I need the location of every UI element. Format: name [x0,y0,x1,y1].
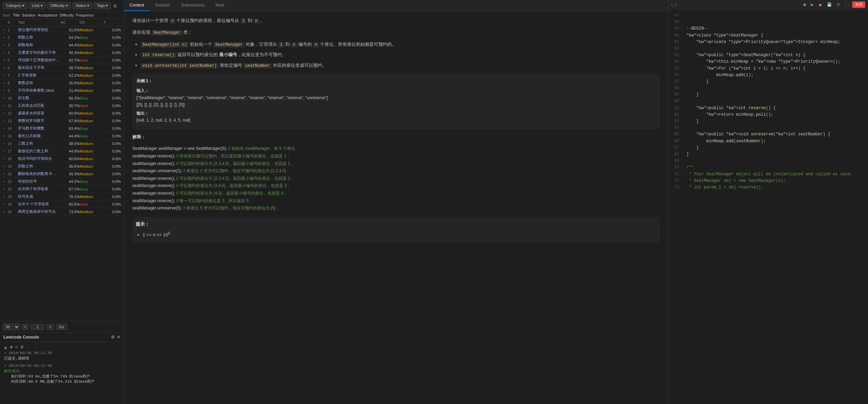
tab-note[interactable]: Note [210,0,229,11]
implement-paragraph: 请你实现 SeatManager 类： [132,29,660,36]
difficulty-filter[interactable]: Difficulty ▾ [47,2,71,9]
difficulty-badge: Medium [80,28,104,32]
sort-title[interactable]: Title [13,13,20,17]
problem-title[interactable]: 两数之和 [18,35,61,40]
console-filter-icon[interactable]: ⊟ [16,345,18,350]
ac-rate: 42.7% [61,58,80,62]
table-row: ✓ 5 寻找两个正序数组的中位数 42.7% Hard 0.0% [0,56,124,64]
problem-title[interactable]: 三数之和 [18,141,61,146]
console-settings-icon[interactable]: ⚙ [111,335,115,340]
problem-title[interactable]: 寻找两个正序数组的中位数 [18,58,61,63]
col-num: S [8,20,18,24]
problem-title[interactable]: 有效的括号 [18,179,61,184]
console-clear-icon[interactable]: 🗑 [20,345,24,350]
ac-rate: 44.8% [61,149,80,153]
prev-page-button[interactable]: < [22,324,29,330]
next-page-button[interactable]: > [47,324,53,330]
console-down-icon[interactable]: ▼ [10,345,12,350]
problem-number: 15 [8,134,18,138]
tab-content[interactable]: Content [124,0,150,11]
line-number: 55 [668,65,682,72]
stop-button[interactable]: ⏹ [817,2,824,8]
problem-number: 7 [8,73,18,77]
go-button[interactable]: Go [56,324,67,330]
close-editor-button[interactable]: 关闭 [852,1,865,8]
sort-acceptance[interactable]: Acceptance [38,13,57,17]
problem-title[interactable]: Z 字形变换 [18,73,61,78]
code-line: "kw">this.minHeap = "kw">new "type">Prio… [686,59,864,65]
table-row: ✓ 17 最接近的三数之和 44.8% Medium 0.0% [0,147,124,155]
sort-difficulty[interactable]: Difficulty [60,13,74,17]
difficulty-badge: Easy [80,179,104,184]
editor-path: /.../ [671,3,676,7]
line-number: 56 [668,72,682,79]
frequency: 0.0% [104,164,121,168]
save-button[interactable]: 💾 [826,2,833,8]
per-page-select[interactable]: 50 25 100 [3,323,20,330]
difficulty-badge: Easy [80,96,104,100]
problem-title[interactable]: 正则表达式匹配 [18,103,61,108]
problem-title[interactable]: 两两交换链表中的节点 [18,209,61,214]
problem-number: 22 [8,187,18,191]
page-number-input[interactable] [31,324,44,330]
console-close-icon[interactable]: ✕ [117,335,120,340]
col-check [3,20,8,24]
problem-title[interactable]: 四数之和 [18,164,61,169]
problem-number: 6 [8,66,18,70]
settings-button2[interactable]: ⚙ [835,2,841,8]
line-number: 70 [668,164,682,171]
code-content[interactable]: --BEGIN--"kw">class "type">SeatManager {… [682,10,868,404]
problem-title[interactable]: 最长回文子字串 [18,65,61,70]
category-filter[interactable]: Category ▾ [3,2,28,9]
problem-title[interactable]: 合并 K 个升序链表 [18,201,61,207]
clear-filters-button[interactable]: ⊕ [113,3,117,9]
tags-filter[interactable]: Tags ▾ [94,2,111,9]
tab-solution[interactable]: Solution [150,0,175,11]
table-row: ✓ 12 盛最多水的容器 60.6% Medium 0.0% [0,110,124,117]
status-filter[interactable]: Status ▾ [72,2,92,9]
problem-title[interactable]: 两数相加 [18,42,61,48]
problem-title[interactable]: 最长公共前缀 [18,133,61,138]
line-numbers: 4748495051525354555657585960616263646566… [668,10,682,404]
table-header: S Title AC DD F [0,19,124,26]
editor-actions: ▶ ⏹ 💾 ⚙ ⛶ 关闭 [803,1,865,8]
example-output-label: 输出： [null, 1, 2, null, 2, 3, 4, 5, null] [136,110,656,124]
console-entry-1: > 2024/09/30 09:11:39 已提交,请稍等 [4,351,120,361]
check-icon: ✓ [3,104,8,107]
ac-rate: 44.4% [61,134,80,138]
frequency: 0.0% [104,58,121,62]
problem-title[interactable]: 电话号码的字母组合 [18,156,61,161]
sort-frequency[interactable]: Frequency [76,13,94,17]
problem-number: 10 [8,96,18,100]
problem-title[interactable]: 回文数 [18,95,61,101]
expand-button[interactable]: ⛶ [844,2,850,8]
problem-title[interactable]: 座位预约管理系统 [18,27,61,32]
problem-title[interactable]: 括号生成 [18,194,61,199]
editor-area[interactable]: 4748495051525354555657585960616263646566… [668,10,868,404]
tab-submissions[interactable]: Submissions [175,0,210,11]
col-ac: AC [61,20,80,24]
sort-solution[interactable]: Solution [22,13,36,17]
console-title: Leetcode Console [3,335,39,340]
lists-filter[interactable]: Lists ▾ [29,2,46,9]
exp-line-3: seatManager.reserve(); // 可以预约的座位为 [2,3,… [132,160,660,168]
problem-title[interactable]: 整数转罗马数字 [18,118,61,123]
problem-title[interactable]: 盛最多水的容器 [18,111,61,116]
problem-title[interactable]: 合并两个有序链表 [18,186,61,191]
problem-title[interactable]: 罗马数字转整数 [18,126,61,131]
console-toolbar: ▲ ▼ ⊟ 🗑 [4,345,120,350]
difficulty-badge: Easy [80,35,104,40]
line-number: 53 [668,52,682,59]
frequency: 0.0% [104,73,121,77]
table-row: ✓ 1 座位预约管理系统 51.0% Medium 0.0% [0,26,124,34]
problem-title[interactable]: 字符串转换整数 (atoi) [18,88,61,93]
run-button[interactable]: ▶ [809,2,815,8]
console-up-icon[interactable]: ▲ [4,345,7,350]
exp-line-6: seatManager.reserve(); // 可以预约的座位为 [3,4,… [132,182,660,190]
problem-title[interactable]: 最接近的三数之和 [18,148,61,154]
problem-title[interactable]: 无重复字符的最长子串 [18,50,61,55]
problem-title[interactable]: 整数反转 [18,80,61,85]
console-message-1: 已提交,请稍等 [4,356,120,361]
frequency: 0.0% [104,172,121,176]
problem-title[interactable]: 删除链表的倒数第 N 个节点 [18,171,61,176]
